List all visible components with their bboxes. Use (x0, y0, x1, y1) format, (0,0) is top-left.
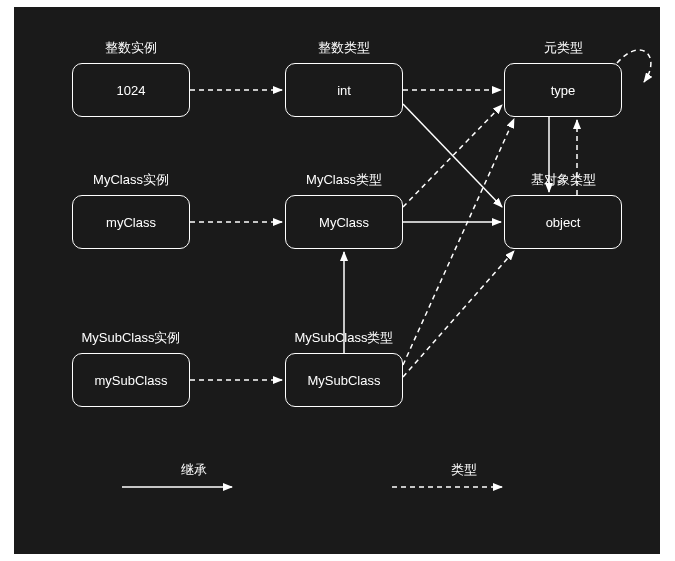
label-int-instance: 整数实例 (76, 39, 186, 57)
node-myclass-instance: myClass (72, 195, 190, 249)
label-mysubclass-instance: MySubClass实例 (66, 329, 196, 347)
label-text: 基对象类型 (531, 172, 596, 187)
label-text: MySubClass实例 (82, 330, 181, 345)
edge-type-self (617, 50, 651, 82)
label-text: 整数类型 (318, 40, 370, 55)
edge-int-object (403, 104, 502, 207)
edge-MyClass-type (403, 105, 502, 207)
node-text: type (551, 83, 576, 98)
node-mysubclass-type: MySubClass (285, 353, 403, 407)
node-text: int (337, 83, 351, 98)
label-text: MySubClass类型 (295, 330, 394, 345)
label-mysubclass-type: MySubClass类型 (279, 329, 409, 347)
label-object-type: 基对象类型 (508, 171, 618, 189)
node-text: mySubClass (95, 373, 168, 388)
node-int-type: int (285, 63, 403, 117)
label-text: MyClass实例 (93, 172, 169, 187)
label-meta-type: 元类型 (508, 39, 618, 57)
node-text: MyClass (319, 215, 369, 230)
label-text: 元类型 (544, 40, 583, 55)
edge-MySubClass-object (403, 251, 514, 377)
label-myclass-instance: MyClass实例 (76, 171, 186, 189)
label-text: 整数实例 (105, 40, 157, 55)
node-text: myClass (106, 215, 156, 230)
node-myclass-type: MyClass (285, 195, 403, 249)
node-int-instance: 1024 (72, 63, 190, 117)
label-myclass-type: MyClass类型 (289, 171, 399, 189)
edge-MySubClass-type (403, 119, 514, 365)
label-int-type: 整数类型 (289, 39, 399, 57)
legend-inherit-label: 继承 (154, 461, 234, 479)
node-meta-type: type (504, 63, 622, 117)
node-object-type: object (504, 195, 622, 249)
label-text: 类型 (451, 462, 477, 477)
diagram-canvas: 整数实例 整数类型 元类型 1024 int type MyClass实例 My… (14, 7, 660, 554)
node-text: 1024 (117, 83, 146, 98)
node-text: object (546, 215, 581, 230)
legend-typeof-label: 类型 (424, 461, 504, 479)
node-text: MySubClass (308, 373, 381, 388)
label-text: 继承 (181, 462, 207, 477)
node-mysubclass-instance: mySubClass (72, 353, 190, 407)
label-text: MyClass类型 (306, 172, 382, 187)
